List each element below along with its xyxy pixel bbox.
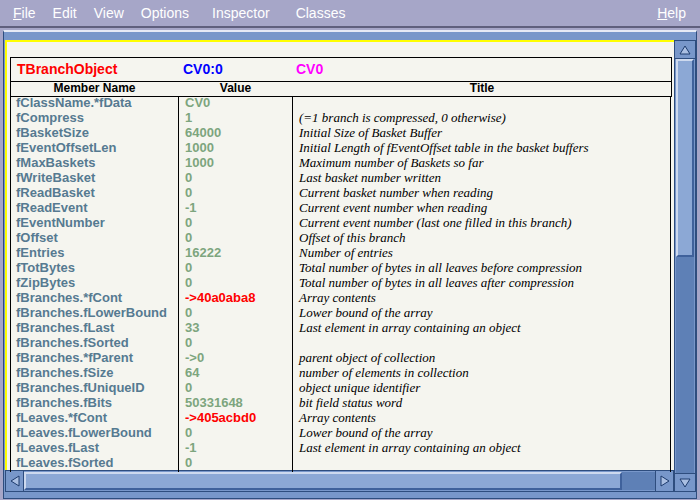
member-title: Array contents [299, 290, 376, 305]
member-name: fCompress [16, 110, 84, 125]
table-row[interactable]: fEventOffsetLen1000Initial Length of fEv… [7, 140, 676, 155]
member-title: Total number of bytes in all leaves befo… [299, 260, 582, 275]
object-title: CV0 [296, 61, 323, 77]
column-header-title: Title [293, 82, 671, 96]
member-title: Last element in array containing an obje… [299, 440, 521, 455]
member-value: 0 [185, 260, 192, 275]
member-value: 0 [185, 455, 192, 470]
table-row[interactable]: fWriteBasket0Last basket number written [7, 170, 676, 185]
member-title: (=1 branch is compressed, 0 otherwise) [299, 110, 506, 125]
member-name: fBranches.fBits [16, 395, 112, 410]
member-name: fReadEvent [16, 200, 88, 215]
member-title: number of elements in collection [299, 365, 469, 380]
member-name: fClassName.*fData [16, 95, 132, 110]
table-row[interactable]: fBranches.fBits50331648bit field status … [7, 395, 676, 410]
member-title: Total number of bytes in all leaves afte… [299, 275, 574, 290]
member-title: Lower bound of the array [299, 425, 433, 440]
member-value: ->405acbd0 [185, 410, 256, 425]
member-title: parent object of collection [299, 350, 435, 365]
table-row[interactable]: fBranches.fLowerBound0Lower bound of the… [7, 305, 676, 320]
class-name: TBranchObject [17, 61, 117, 77]
member-value: 16222 [185, 245, 221, 260]
scroll-left-button[interactable] [6, 471, 24, 491]
member-name: fZipBytes [16, 275, 75, 290]
table-row[interactable]: fLeaves.fLast-1Last element in array con… [7, 440, 676, 455]
member-title: Maximum number of Baskets so far [299, 155, 484, 170]
table-row[interactable]: fBranches.fSize64number of elements in c… [7, 365, 676, 380]
vertical-scrollbar[interactable] [674, 40, 696, 492]
member-title: Number of entries [299, 245, 393, 260]
table-row[interactable]: fEventNumber0Current event number (last … [7, 215, 676, 230]
table-row[interactable]: fBranches.fSorted0 [7, 335, 676, 350]
member-title: Current event number (last one filled in… [299, 215, 571, 230]
member-title: Current basket number when reading [299, 185, 493, 200]
table-row[interactable]: fZipBytes0Total number of bytes in all l… [7, 275, 676, 290]
table-row[interactable]: fBasketSize64000Initial Size of Basket B… [7, 125, 676, 140]
menu-help[interactable]: Help [657, 5, 686, 21]
member-name: fBranches.fLast [16, 320, 114, 335]
menu-view[interactable]: View [94, 5, 124, 21]
member-name: fOffset [16, 230, 58, 245]
table-row[interactable]: fReadEvent-1Current event number when re… [7, 200, 676, 215]
horizontal-scrollbar[interactable] [5, 470, 674, 492]
table-row[interactable]: fClassName.*fDataCV0 [7, 95, 676, 110]
member-title: Initial Length of fEventOffset table in … [299, 140, 589, 155]
horizontal-scrollbar-thumb[interactable] [24, 472, 622, 490]
member-value: 50331648 [185, 395, 243, 410]
table-row[interactable]: fBranches.fUniqueID0object unique identi… [7, 380, 676, 395]
column-header-member: Member Name [11, 82, 178, 96]
member-title: Current event number when reading [299, 200, 487, 215]
member-name: fBranches.*fParent [16, 350, 133, 365]
table-row[interactable]: fBranches.*fParent->0parent object of co… [7, 350, 676, 365]
menu-edit[interactable]: Edit [53, 5, 77, 21]
member-name: fBasketSize [16, 125, 89, 140]
member-name: fWriteBasket [16, 170, 95, 185]
table-row[interactable]: fTotBytes0Total number of bytes in all l… [7, 260, 676, 275]
table-row[interactable]: fReadBasket0Current basket number when r… [7, 185, 676, 200]
arrow-down-icon [679, 477, 691, 489]
scroll-down-button[interactable] [675, 473, 695, 491]
inspector-canvas: TBranchObject CV0:0 CV0 Member Name Valu… [5, 40, 676, 472]
member-value: 1000 [185, 155, 214, 170]
object-name: CV0:0 [183, 61, 223, 77]
member-value: 0 [185, 305, 192, 320]
table-row[interactable]: fLeaves.*fCont->405acbd0Array contents [7, 410, 676, 425]
scroll-right-button[interactable] [655, 471, 673, 491]
member-name: fBranches.*fCont [16, 290, 122, 305]
menu-classes[interactable]: Classes [296, 5, 346, 21]
table-row[interactable]: fCompress1(=1 branch is compressed, 0 ot… [7, 110, 676, 125]
table-row[interactable]: fLeaves.fSorted0 [7, 455, 676, 470]
vertical-scrollbar-thumb[interactable] [676, 59, 694, 257]
menu-inspector[interactable]: Inspector [212, 5, 270, 21]
table-row[interactable]: fOffset0Offset of this branch [7, 230, 676, 245]
table-row[interactable]: fBranches.*fCont->40a0aba8Array contents [7, 290, 676, 305]
scroll-up-button[interactable] [675, 41, 695, 59]
member-value: 1000 [185, 140, 214, 155]
member-name: fBranches.fSize [16, 365, 114, 380]
table-row[interactable]: fBranches.fLast33Last element in array c… [7, 320, 676, 335]
column-header-value: Value [179, 82, 292, 96]
column-header-row: Member Name Value Title [11, 82, 671, 96]
member-value: 64000 [185, 125, 221, 140]
menu-file[interactable]: File [13, 5, 36, 21]
member-name: fEntries [16, 245, 64, 260]
member-title: Initial Size of Basket Buffer [299, 125, 442, 140]
member-title: Offset of this branch [299, 230, 406, 245]
table-row[interactable]: fMaxBaskets1000Maximum number of Baskets… [7, 155, 676, 170]
member-value: 64 [185, 365, 199, 380]
member-value: 0 [185, 335, 192, 350]
member-value: ->40a0aba8 [185, 290, 255, 305]
member-name: fBranches.fLowerBound [16, 305, 167, 320]
member-value: 0 [185, 380, 192, 395]
table-row[interactable]: fLeaves.fLowerBound0Lower bound of the a… [7, 425, 676, 440]
member-title: bit field status word [299, 395, 402, 410]
member-name: fEventOffsetLen [16, 140, 116, 155]
member-name: fLeaves.*fCont [16, 410, 107, 425]
vertical-scrollbar-track[interactable] [676, 257, 694, 475]
member-name: fReadBasket [16, 185, 95, 200]
table-row[interactable]: fEntries16222Number of entries [7, 245, 676, 260]
horizontal-scrollbar-track[interactable] [622, 472, 656, 490]
menu-options[interactable]: Options [141, 5, 189, 21]
member-name: fTotBytes [16, 260, 75, 275]
member-value: 0 [185, 185, 192, 200]
